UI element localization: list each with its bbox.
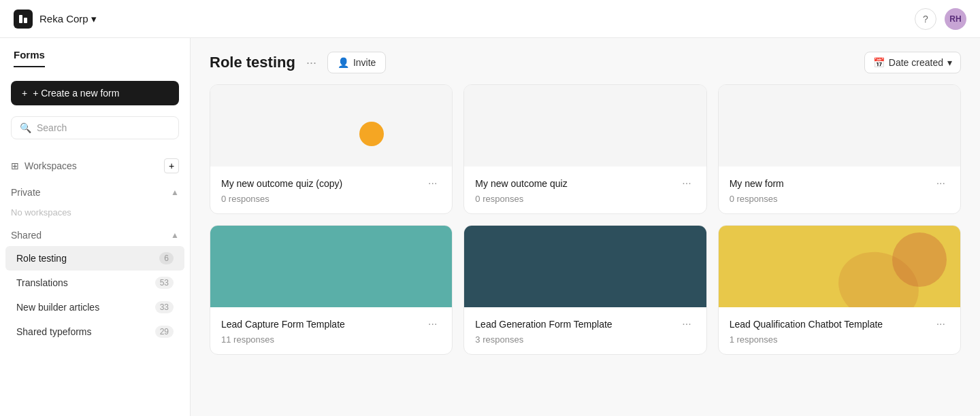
svg-rect-0	[19, 15, 22, 23]
card-responses: 0 responses	[221, 194, 441, 204]
sidebar-item-label: Translations	[16, 277, 68, 288]
card-title: My new outcome quiz	[475, 178, 678, 189]
add-workspace-button[interactable]: +	[164, 158, 179, 173]
card-title-row: Lead Qualification Chatbot Template ···	[730, 317, 949, 332]
card-preview	[719, 85, 960, 167]
header-left: Role testing ··· 👤 Invite	[210, 52, 386, 73]
workspaces-actions: +	[164, 158, 179, 173]
card-body: My new outcome quiz ··· 0 responses	[464, 167, 706, 213]
private-section: Private ▲ No workspaces	[0, 181, 190, 222]
cards-grid: My new outcome quiz (copy) ··· 0 respons…	[191, 84, 980, 374]
invite-button[interactable]: 👤 Invite	[327, 52, 386, 73]
card-title: My new outcome quiz (copy)	[221, 178, 424, 189]
private-label: Private	[11, 187, 41, 198]
search-placeholder: Search	[37, 122, 67, 133]
card-title: Lead Capture Form Template	[221, 319, 424, 330]
company-name-text: Reka Corp	[39, 13, 88, 24]
main-layout: Forms + + Create a new form 🔍 Search ⊞ W…	[0, 38, 980, 416]
card-body: Lead Generation Form Template ··· 3 resp…	[464, 307, 706, 354]
card-title: Lead Qualification Chatbot Template	[730, 319, 932, 330]
no-workspaces-label: No workspaces	[0, 203, 190, 222]
card-lead-capture[interactable]: Lead Capture Form Template ··· 11 respon…	[210, 225, 453, 355]
card-lead-qualification[interactable]: Lead Qualification Chatbot Template ··· …	[718, 225, 961, 355]
card-preview	[210, 226, 452, 307]
shared-chevron-icon: ▲	[171, 230, 179, 240]
card-menu-button[interactable]: ···	[678, 176, 695, 191]
search-icon: 🔍	[20, 122, 31, 133]
sidebar-item-translations[interactable]: Translations 53	[5, 271, 184, 295]
content-area: Role testing ··· 👤 Invite 📅 Date created…	[191, 38, 980, 416]
chevron-down-icon: ▾	[947, 57, 952, 68]
card-responses: 3 responses	[475, 334, 695, 345]
private-chevron-icon: ▲	[171, 188, 179, 197]
card-body: My new form ··· 0 responses	[719, 167, 960, 213]
card-title: Lead Generation Form Template	[475, 319, 678, 330]
top-navigation: Reka Corp ▾ ? RH	[0, 0, 980, 38]
card-responses: 11 responses	[221, 334, 441, 345]
avatar[interactable]: RH	[945, 8, 966, 30]
sidebar-title: Forms	[14, 49, 45, 67]
sidebar: Forms + + Create a new form 🔍 Search ⊞ W…	[0, 38, 191, 416]
card-menu-button[interactable]: ···	[932, 317, 949, 332]
sidebar-item-shared-typeforms[interactable]: Shared typeforms 29	[5, 319, 184, 344]
card-lead-generation[interactable]: Lead Generation Form Template ··· 3 resp…	[463, 225, 706, 355]
translations-count: 53	[155, 277, 174, 289]
card-title: My new form	[730, 178, 932, 189]
card-menu-button[interactable]: ···	[932, 176, 949, 191]
card-body: Lead Capture Form Template ··· 11 respon…	[210, 307, 452, 354]
private-section-header[interactable]: Private ▲	[0, 181, 190, 203]
card-menu-button[interactable]: ···	[424, 176, 441, 191]
yellow-shape-2	[892, 232, 947, 287]
card-body: Lead Qualification Chatbot Template ··· …	[719, 307, 960, 354]
role-testing-count: 6	[159, 252, 174, 264]
sidebar-item-label: New builder articles	[16, 302, 99, 313]
more-options-button[interactable]: ···	[304, 53, 319, 73]
create-button-label: + Create a new form	[33, 88, 119, 99]
card-my-new-form[interactable]: My new form ··· 0 responses	[718, 84, 961, 214]
search-box[interactable]: 🔍 Search	[11, 116, 179, 139]
help-icon: ?	[923, 14, 928, 24]
sidebar-header: Forms	[0, 38, 190, 73]
card-menu-button[interactable]: ···	[678, 317, 695, 332]
card-menu-button[interactable]: ···	[424, 317, 441, 332]
shared-section: Shared ▲ Role testing 6 Translations 53 …	[0, 224, 190, 344]
workspaces-section: ⊞ Workspaces +	[0, 153, 190, 179]
create-new-form-button[interactable]: + + Create a new form	[11, 81, 179, 105]
sidebar-item-role-testing[interactable]: Role testing 6	[5, 246, 184, 271]
logo-icon	[14, 10, 33, 29]
card-title-row: My new outcome quiz ···	[475, 176, 695, 191]
nav-left: Reka Corp ▾	[14, 10, 97, 29]
new-builder-count: 33	[155, 301, 174, 313]
shared-typeforms-count: 29	[155, 326, 174, 338]
shared-section-header[interactable]: Shared ▲	[0, 224, 190, 246]
workspaces-section-header[interactable]: ⊞ Workspaces +	[0, 153, 190, 179]
content-header: Role testing ··· 👤 Invite 📅 Date created…	[191, 38, 980, 84]
nav-right: ? RH	[915, 8, 966, 30]
grid-icon: ⊞	[11, 160, 19, 171]
sidebar-item-label: Shared typeforms	[16, 326, 92, 337]
invite-label: Invite	[353, 57, 376, 68]
sidebar-item-label: Role testing	[16, 253, 67, 264]
workspaces-label: ⊞ Workspaces	[11, 160, 77, 171]
card-responses: 1 responses	[730, 334, 949, 345]
card-responses: 0 responses	[730, 194, 949, 204]
orange-dot	[359, 122, 384, 146]
company-selector[interactable]: Reka Corp ▾	[39, 13, 97, 25]
card-title-row: Lead Capture Form Template ···	[221, 317, 441, 332]
svg-rect-1	[24, 18, 27, 23]
date-filter-button[interactable]: 📅 Date created ▾	[864, 52, 961, 73]
sidebar-item-new-builder-articles[interactable]: New builder articles 33	[5, 295, 184, 319]
invite-icon: 👤	[338, 57, 349, 68]
card-my-new-outcome-quiz[interactable]: My new outcome quiz ··· 0 responses	[463, 84, 706, 214]
sidebar-navigation: ⊞ Workspaces + Private ▲ No workspaces	[0, 148, 190, 416]
shared-label: Shared	[11, 230, 42, 241]
card-my-new-outcome-quiz-copy[interactable]: My new outcome quiz (copy) ··· 0 respons…	[210, 84, 453, 214]
card-preview	[719, 226, 960, 307]
card-title-row: My new outcome quiz (copy) ···	[221, 176, 441, 191]
card-preview	[210, 85, 452, 167]
card-preview	[464, 226, 706, 307]
card-title-row: Lead Generation Form Template ···	[475, 317, 695, 332]
help-button[interactable]: ?	[915, 8, 936, 30]
avatar-initials: RH	[949, 14, 961, 24]
plus-icon: +	[22, 88, 27, 99]
